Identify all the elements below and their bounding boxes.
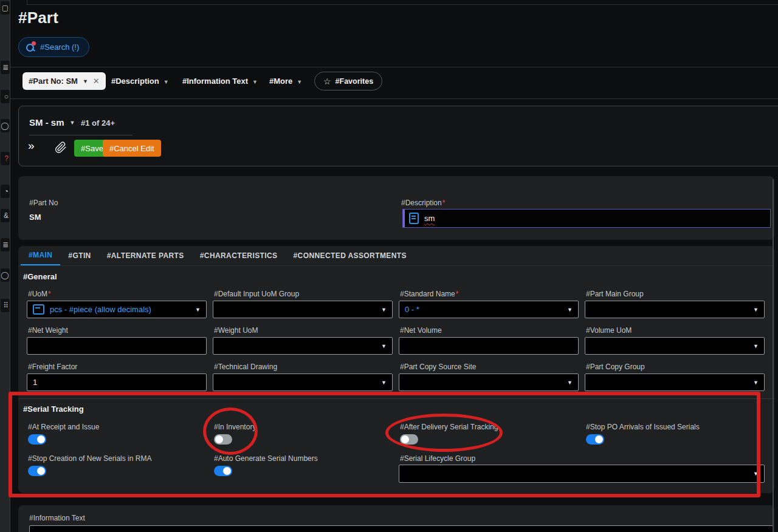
grid-icon[interactable]: ⠿ — [1, 299, 10, 312]
left-sidebar: ▢ ≣ ○ ◯ ? ◔ & ≣ ◯ ⠿ — [0, 0, 10, 532]
top-divider — [27, 4, 778, 5]
chevron-down-icon: ▼ — [297, 78, 302, 85]
app-icon[interactable]: ▢ — [1, 1, 10, 15]
menu-icon[interactable]: ≣ — [1, 238, 10, 251]
filterbar-top-divider — [10, 67, 778, 67]
user-icon[interactable]: ◯ — [1, 119, 10, 132]
default-input-uom-group-select[interactable]: ▼ — [213, 301, 393, 318]
star-icon: ☆ — [323, 77, 331, 86]
close-icon[interactable]: ✕ — [93, 77, 100, 86]
record-divider — [29, 135, 133, 135]
part-no-value: SM — [29, 213, 41, 222]
at-receipt-and-issue-label: #At Receipt and Issue — [28, 423, 99, 431]
filter-menu-information-text[interactable]: #Information Text ▼ — [182, 72, 258, 90]
part-copy-group-select[interactable]: ▼ — [585, 373, 765, 391]
serial-tracking-heading: #Serial Tracking — [23, 404, 84, 414]
part-page: ▢ ≣ ○ ◯ ? ◔ & ≣ ◯ ⠿ #Part #Search (!) #P… — [0, 0, 778, 532]
stop-creation-rma-label: #Stop Creation of New Serials in RMA — [28, 454, 151, 463]
vertical-scrollbar[interactable] — [773, 179, 774, 532]
uom-value: pcs - #piece (allow decimals) — [50, 305, 151, 314]
uom-select[interactable]: pcs - #piece (allow decimals) ▼ — [27, 301, 207, 318]
auto-generate-serials-toggle[interactable] — [214, 466, 232, 476]
filter-menu-label: #Information Text — [182, 77, 248, 86]
filter-menu-label: #More — [269, 77, 292, 86]
freight-factor-label: #Freight Factor — [28, 363, 77, 371]
favorites-button[interactable]: ☆ #Favorites — [314, 72, 382, 90]
search-button[interactable]: #Search (!) — [18, 37, 89, 57]
chevron-down-icon: ▼ — [70, 120, 75, 126]
volume-uom-select[interactable]: ▼ — [585, 337, 765, 355]
stop-po-arrivals-toggle[interactable] — [586, 434, 604, 445]
filter-menu-description[interactable]: #Description ▼ — [111, 72, 169, 90]
card-icon — [33, 304, 44, 315]
record-selector[interactable]: SM - sm ▼ — [29, 117, 75, 128]
standard-name-select[interactable]: 0 - *▼ — [399, 301, 579, 318]
in-inventory-label: #In Inventory — [214, 423, 256, 431]
globe-icon[interactable]: ◯ — [1, 268, 10, 282]
at-receipt-and-issue-toggle[interactable] — [28, 434, 46, 445]
part-copy-group-label: #Part Copy Group — [586, 363, 645, 371]
tab-alternate-parts[interactable]: #ALTERNATE PARTS — [99, 246, 192, 265]
paperclip-icon — [55, 140, 67, 155]
circle-icon[interactable]: ○ — [1, 90, 10, 103]
clock-icon[interactable]: ◔ — [1, 185, 10, 198]
weight-uom-select[interactable]: ▼ — [213, 337, 393, 355]
general-heading: #General — [23, 272, 57, 281]
filter-menu-more[interactable]: #More ▼ — [269, 72, 302, 90]
chevron-down-icon: ▼ — [567, 380, 573, 386]
list-icon[interactable]: ≣ — [1, 61, 10, 74]
chevron-down-icon: ▼ — [753, 380, 759, 386]
information-text-input[interactable] — [29, 525, 773, 532]
chevron-down-icon[interactable]: ▼ — [83, 78, 88, 84]
volume-uom-label: #Volume UoM — [586, 326, 632, 335]
part-no-label: #Part No — [29, 199, 58, 207]
stop-creation-rma-toggle[interactable] — [28, 466, 46, 476]
search-button-label: #Search (!) — [40, 43, 79, 52]
in-inventory-toggle[interactable] — [214, 434, 232, 445]
record-toolbar-card — [18, 106, 778, 166]
after-delivery-serial-tracking-toggle[interactable] — [400, 434, 418, 445]
link-icon[interactable]: & — [1, 209, 10, 222]
uom-label: #UoM* — [28, 290, 51, 298]
filter-chip-label: #Part No: SM — [29, 77, 78, 86]
description-label: #Description* — [401, 199, 445, 207]
tab-characteristics[interactable]: #CHARACTERISTICS — [192, 246, 286, 265]
weight-uom-label: #Weight UoM — [214, 326, 258, 335]
cancel-edit-button[interactable]: #Cancel Edit — [103, 140, 161, 157]
chevron-down-icon: ▼ — [381, 343, 387, 349]
filterbar-bottom-divider — [10, 98, 778, 99]
part-main-group-select[interactable]: ▼ — [585, 301, 765, 318]
chevron-down-icon: ▼ — [381, 380, 387, 386]
summary-panel — [18, 176, 774, 240]
attachment-button[interactable] — [55, 140, 67, 155]
focus-accent-bar — [403, 210, 405, 227]
filter-chip-part-no[interactable]: #Part No: SM ▼ ✕ — [22, 72, 106, 90]
expand-button[interactable]: » — [28, 139, 35, 152]
filter-menu-label: #Description — [111, 77, 159, 86]
tab-connected-assortments[interactable]: #CONNECTED ASSORTMENTS — [286, 246, 415, 265]
chevron-down-icon: ▼ — [252, 78, 258, 85]
section-divider — [18, 398, 774, 399]
notification-dot — [32, 41, 36, 46]
chevron-down-icon: ▼ — [753, 343, 759, 349]
part-main-group-label: #Part Main Group — [586, 290, 644, 298]
tab-main[interactable]: #MAIN — [21, 246, 60, 265]
help-icon[interactable]: ? — [1, 152, 10, 165]
net-weight-input[interactable] — [27, 337, 207, 355]
default-input-uom-group-label: #Default Input UoM Group — [214, 290, 299, 298]
part-copy-source-site-select[interactable]: ▼ — [399, 373, 579, 391]
auto-generate-serials-label: #Auto Generate Serial Numbers — [214, 454, 318, 463]
chevron-down-icon: ▼ — [381, 307, 387, 313]
technical-drawing-select[interactable]: ▼ — [213, 373, 393, 391]
chevron-down-icon: ▼ — [164, 78, 169, 85]
tab-gtin[interactable]: #GTIN — [60, 246, 98, 265]
freight-factor-input[interactable]: 1 — [27, 373, 207, 391]
top-corner-line — [27, 0, 27, 4]
net-weight-label: #Net Weight — [28, 326, 68, 335]
net-volume-label: #Net Volume — [400, 326, 442, 335]
net-volume-input[interactable] — [399, 337, 579, 355]
description-input[interactable]: sm — [402, 209, 771, 228]
serial-lifecycle-group-select[interactable]: ▼ — [399, 465, 765, 483]
chevron-down-icon: ▼ — [753, 307, 759, 313]
part-copy-source-site-label: #Part Copy Source Site — [400, 363, 476, 371]
